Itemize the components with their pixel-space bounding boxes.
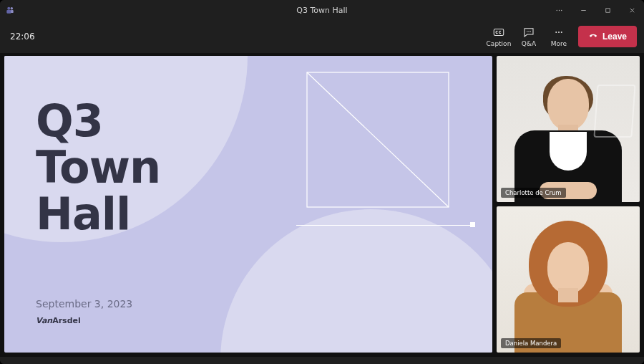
svg-rect-3 — [11, 10, 14, 13]
qa-button[interactable]: Q&A — [514, 26, 544, 47]
svg-line-19 — [307, 72, 449, 207]
slide-title: Q3 Town Hall — [36, 97, 160, 237]
slide-brand: VanArsdel — [36, 316, 81, 325]
bottom-bar — [0, 357, 644, 364]
svg-point-15 — [555, 32, 557, 33]
slide-title-line: Hall — [36, 188, 130, 240]
window-more-button[interactable] — [547, 0, 571, 20]
slide-decor-square — [470, 222, 475, 227]
titlebar: Q3 Town Hall — [0, 0, 644, 20]
teams-app-icon — [0, 5, 20, 15]
meeting-elapsed-time: 22:06 — [10, 32, 35, 42]
caption-label: Caption — [487, 40, 512, 47]
svg-point-14 — [530, 31, 531, 32]
hang-up-icon — [588, 31, 598, 43]
svg-point-12 — [527, 31, 527, 32]
participant-strip: Charlotte de Crum Daniela Mandera — [497, 56, 640, 353]
leave-label: Leave — [602, 32, 627, 42]
svg-point-6 — [561, 9, 562, 10]
svg-rect-8 — [605, 8, 609, 11]
chat-bubble-icon — [522, 26, 536, 39]
slide-title-line: Town — [36, 141, 160, 193]
leave-button[interactable]: Leave — [578, 26, 637, 47]
meeting-stage: Q3 Town Hall September 3, 2023 VanArsdel… — [0, 53, 644, 357]
participant-tile[interactable]: Charlotte de Crum — [497, 56, 640, 202]
ellipsis-icon — [552, 26, 566, 39]
participant-name-tag: Charlotte de Crum — [501, 188, 566, 198]
slide-decor-triangle — [306, 72, 449, 211]
slide-title-line: Q3 — [36, 95, 103, 147]
window-maximize-button[interactable] — [595, 0, 620, 20]
window-minimize-button[interactable] — [571, 0, 595, 20]
closed-caption-icon — [492, 26, 506, 39]
window-close-button[interactable] — [620, 0, 644, 20]
participant-video — [511, 66, 625, 202]
svg-point-16 — [558, 32, 560, 33]
more-label: More — [551, 40, 567, 47]
participant-name-tag: Daniela Mandera — [501, 338, 561, 348]
qa-label: Q&A — [522, 40, 536, 47]
svg-point-13 — [528, 31, 529, 32]
slide-decor-circle — [220, 209, 492, 353]
app-window: Q3 Town Hall 22:06 Caption Q&A — [0, 0, 644, 364]
svg-rect-2 — [6, 10, 11, 14]
shared-content-tile[interactable]: Q3 Town Hall September 3, 2023 VanArsdel — [4, 56, 492, 353]
svg-point-5 — [558, 9, 559, 10]
svg-point-0 — [11, 7, 13, 9]
window-controls — [547, 0, 644, 20]
meeting-toolbar: 22:06 Caption Q&A More Leave — [0, 20, 644, 53]
slide-date: September 3, 2023 — [36, 298, 132, 310]
svg-point-4 — [556, 9, 557, 10]
participant-tile[interactable]: Daniela Mandera — [497, 206, 640, 353]
svg-point-17 — [561, 32, 562, 33]
participant-video — [511, 216, 625, 353]
caption-button[interactable]: Caption — [484, 26, 514, 47]
more-button[interactable]: More — [544, 26, 574, 47]
slide-decor-line — [296, 225, 475, 226]
svg-point-1 — [7, 7, 10, 10]
